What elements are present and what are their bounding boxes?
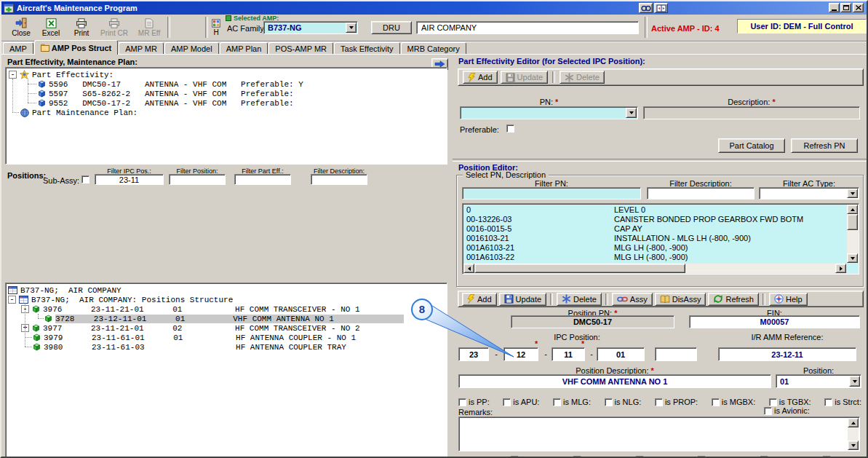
- scroll-down-button[interactable]: [848, 441, 859, 450]
- flag-is-prop[interactable]: is PROP:: [655, 398, 698, 406]
- tab-amp-mr[interactable]: AMP MR: [119, 42, 164, 55]
- tree-row-position[interactable]: - 3976 23-11-21-01 01 HF COMM TRANSCEIVE…: [6, 304, 447, 314]
- refresh-pn-button[interactable]: Refresh PN: [791, 138, 858, 153]
- window-split-button[interactable]: [654, 3, 668, 13]
- vertical-scrollbar[interactable]: [847, 205, 858, 263]
- tree-row-position[interactable]: 3980 23-11-61-03 HF ANTENNA COUPLER TRAY: [6, 342, 447, 352]
- find-button[interactable]: [639, 3, 653, 13]
- maximize-button[interactable]: [840, 3, 851, 12]
- flag-is-apu[interactable]: is APU:: [503, 398, 539, 406]
- pe-update-button[interactable]: Update: [501, 71, 548, 84]
- tree-row-maintenance-plan[interactable]: Part Maintenance Plan:: [6, 108, 447, 117]
- tab-amp-model[interactable]: AMP Model: [164, 42, 219, 55]
- checkbox[interactable]: [824, 398, 832, 406]
- pn-list-item[interactable]: 001A6103-21MLG LH (-800, -900): [464, 243, 845, 253]
- pe-add-button[interactable]: Add: [463, 71, 498, 84]
- h-button[interactable]: H: [208, 15, 224, 39]
- tree-row-part[interactable]: 9552 DMC50-17-2 ANTENNA - VHF COM Prefer…: [6, 98, 447, 108]
- flag-is-mgbx[interactable]: is MGBX:: [712, 398, 755, 406]
- ipc-field-5[interactable]: [655, 347, 697, 361]
- checkbox[interactable]: [605, 398, 613, 406]
- preferable-checkbox[interactable]: [506, 125, 514, 133]
- filter-pn-input[interactable]: [462, 187, 641, 200]
- filter-position-input[interactable]: [169, 174, 226, 185]
- minimize-button[interactable]: [829, 3, 840, 12]
- print-button[interactable]: Print: [68, 15, 95, 39]
- position-dropdown-arrow[interactable]: [849, 376, 860, 387]
- flag-is-avionic[interactable]: is Avionic:: [764, 406, 810, 415]
- filter-ipc-input[interactable]: 23-11: [95, 174, 164, 185]
- tab-mrb-category[interactable]: MRB Category: [401, 42, 466, 55]
- assy-button[interactable]: Assy: [612, 293, 653, 306]
- company-field[interactable]: AIR COMPANY: [416, 21, 639, 34]
- part-catalog-button[interactable]: Part Catalog: [718, 138, 785, 153]
- tree-row-aircraft[interactable]: B737-NG; AIR COMPANY: [6, 285, 447, 295]
- pos-delete-button[interactable]: Delete: [557, 293, 602, 306]
- tab-amp[interactable]: AMP: [3, 42, 33, 55]
- amm-reference-field[interactable]: 23-12-11: [718, 347, 856, 361]
- ipc-field-3[interactable]: 11: [552, 347, 585, 361]
- ac-family-combobox[interactable]: B737-NG: [263, 21, 358, 34]
- flag-is-strct[interactable]: is Strct:: [824, 398, 861, 406]
- close-window-button[interactable]: [853, 3, 864, 12]
- position-combobox[interactable]: 01: [776, 374, 861, 388]
- scroll-right-button[interactable]: [835, 264, 846, 273]
- print-cr-button[interactable]: Print CR: [97, 15, 131, 39]
- tab-amp-pos-struct[interactable]: AMP Pos Struct: [34, 40, 118, 55]
- tree-row-positions-structure[interactable]: - B737-NG; AIR COMPANY: Positions Struct…: [6, 295, 447, 304]
- filter-ac-type-arrow[interactable]: [847, 189, 858, 198]
- horizontal-scrollbar[interactable]: [463, 264, 846, 273]
- dru-button[interactable]: DRU: [371, 21, 412, 34]
- filter-part-eff-input[interactable]: [234, 174, 291, 185]
- filter-description-input[interactable]: [647, 187, 754, 200]
- remarks-textarea[interactable]: [458, 416, 860, 451]
- flag-is-tgbx[interactable]: is TGBX:: [769, 398, 811, 406]
- filter-description-input[interactable]: [311, 174, 367, 185]
- hscrollbar-thumb[interactable]: [474, 264, 685, 273]
- checkbox[interactable]: [503, 398, 511, 406]
- pn-dropdown-arrow[interactable]: [626, 108, 637, 118]
- pn-list-item[interactable]: 0016103-21INSTALLATION - MLG LH (-800, -…: [464, 234, 845, 243]
- refresh-button[interactable]: Refresh: [708, 293, 759, 306]
- pe-delete-button[interactable]: Delete: [560, 71, 605, 84]
- tree-row-part[interactable]: 5597 S65-8262-2 ANTENNA - VHF COM Prefer…: [6, 89, 447, 98]
- remarks-scrollbar[interactable]: [848, 418, 859, 450]
- scroll-left-button[interactable]: [463, 264, 474, 273]
- excel-button[interactable]: Excel: [36, 15, 65, 39]
- pn-list-item[interactable]: 0016-0015-5CAP AY: [464, 224, 845, 234]
- tree-row-position[interactable]: + 3977 23-11-21-01 02 HF COMM TRANSCEIVE…: [6, 323, 447, 333]
- checkbox[interactable]: [655, 398, 663, 406]
- pn-combobox[interactable]: [460, 106, 638, 119]
- tree-row-part-effectivity-root[interactable]: - Part Effectivity:: [6, 70, 447, 79]
- vscrollbar-thumb[interactable]: [847, 214, 858, 230]
- expander-minus-icon[interactable]: -: [8, 296, 16, 304]
- flag-is-nlg[interactable]: is NLG:: [605, 398, 642, 406]
- disassy-button[interactable]: DisAssy: [655, 293, 706, 306]
- tab-pos-amp-mr[interactable]: POS-AMP MR: [268, 42, 333, 55]
- tab-task-effectivity[interactable]: Task Effectivity: [334, 42, 400, 55]
- flag-is-pp[interactable]: is PP:: [458, 398, 490, 406]
- flag-is-mlg[interactable]: is MLG:: [553, 398, 591, 406]
- pn-list-item[interactable]: 00-13226-03CANISTER BONDED PROP GEARBOX …: [464, 215, 845, 224]
- filter-ac-type-combobox[interactable]: [759, 187, 859, 200]
- checkbox[interactable]: [712, 398, 720, 406]
- checkbox[interactable]: [764, 407, 772, 415]
- scroll-down-button[interactable]: [847, 253, 858, 263]
- scroll-up-button[interactable]: [848, 418, 859, 427]
- position-description-field[interactable]: VHF COMM ANTENNA NO 1: [458, 374, 771, 388]
- expander-minus-icon[interactable]: -: [9, 71, 17, 79]
- help-button[interactable]: Help: [769, 293, 808, 306]
- tab-amp-plan[interactable]: AMP Plan: [220, 42, 268, 55]
- fin-field[interactable]: M00057: [689, 315, 860, 328]
- checkbox[interactable]: [769, 398, 777, 406]
- sub-assy-checkbox[interactable]: [81, 175, 89, 183]
- pn-list-item[interactable]: 001A6103-22MLG LH (-800, -900): [464, 253, 845, 262]
- ipc-field-4[interactable]: 01: [597, 347, 645, 361]
- scroll-up-button[interactable]: [847, 205, 858, 214]
- tree-row-position[interactable]: 3979 23-11-61-01 01 HF ANTENNA COUPLER -…: [6, 333, 447, 342]
- checkbox[interactable]: [458, 398, 466, 406]
- mr-eff-button[interactable]: MR Eff: [134, 15, 164, 39]
- checkbox[interactable]: [553, 398, 561, 406]
- ac-family-dropdown-arrow[interactable]: [346, 23, 357, 33]
- tree-row-position-selected[interactable]: 3728 23-12-11-01 01 VHF COMM ANTENNA NO …: [6, 314, 447, 323]
